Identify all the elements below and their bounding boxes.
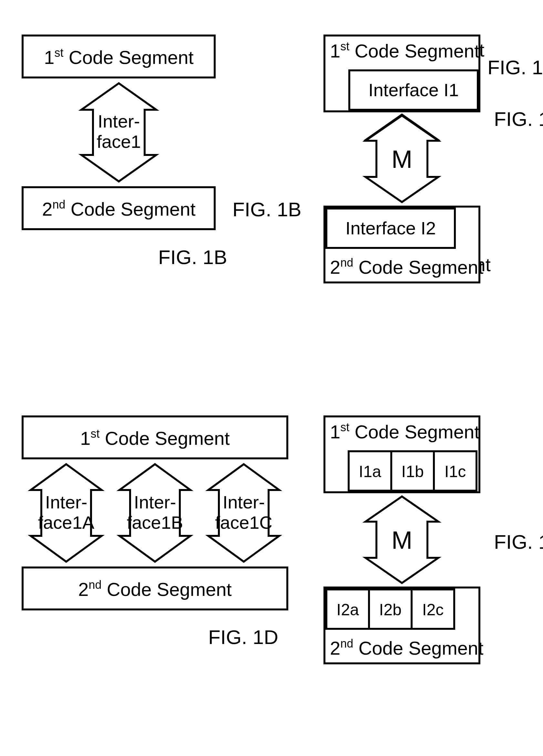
fig-1b-g: 1st Code Segment Inter- face1 2nd Code S… — [23, 36, 227, 268]
fig1e-top-cells: I1a I1b I1c — [349, 451, 476, 491]
svg-text:Inter-: Inter- — [223, 492, 265, 512]
fig1e-cap: FIG. 1E — [494, 531, 543, 553]
fig1c-m: M — [392, 145, 413, 173]
svg-text:face1B: face1B — [127, 512, 183, 533]
fig1e-bot-cell-2: I2c — [422, 601, 444, 619]
fig1d-arrow-2: Inter- face1C — [208, 464, 279, 562]
fig-1d-g: 1st Code Segment Inter- face1A Inter- fa… — [23, 416, 287, 648]
fig1c-cap: FIG. 1C — [494, 108, 543, 130]
fig1e-top-cell-2: I1c — [445, 463, 466, 481]
fig1d-arrow-1: Inter- face1B — [119, 464, 190, 562]
fig1e-m: M — [392, 526, 413, 554]
svg-text:face1C: face1C — [215, 512, 272, 533]
fig1b-arrow-l1: Inter- — [98, 111, 140, 131]
fig1e-bot-cell-1: I2b — [379, 601, 402, 619]
fig1c-top-outer-l: 1st Code Segment — [330, 40, 479, 61]
fig1d-arrow-0: Inter- face1A — [31, 464, 102, 562]
fig1e-top-outer: 1st Code Segment — [330, 421, 479, 442]
fig1d-cap: FIG. 1D — [208, 626, 278, 648]
fig1b-cap: FIG. 1B — [158, 246, 227, 268]
svg-text:Inter-: Inter- — [45, 492, 87, 512]
svg-text:Inter-: Inter- — [134, 492, 176, 512]
fig-1c-g: 1st Code Segment Interface I1 M Interfac… — [324, 36, 543, 282]
fig1b-top: 1st Code Segment — [44, 46, 193, 68]
fig1c-top-inner-l: Interface I1 — [368, 80, 459, 100]
fig1e-top-cell-1: I1b — [401, 463, 424, 481]
fig1c-bot-inner-l: Interface I2 — [345, 218, 436, 238]
fig1e-bot-cell-0: I2a — [336, 601, 359, 619]
fig1e-top-cell-0: I1a — [359, 463, 381, 481]
fig1d-top: 1st Code Segment — [80, 427, 230, 449]
svg-text:face1A: face1A — [38, 512, 95, 533]
fig-1e-g: 1st Code Segment I1a I1b I1c M I2a I2b I… — [324, 416, 543, 663]
fig1e-bot-cells: I2a I2b I2c — [326, 589, 454, 629]
fig1b-arrow-l2: face1 — [97, 131, 141, 152]
